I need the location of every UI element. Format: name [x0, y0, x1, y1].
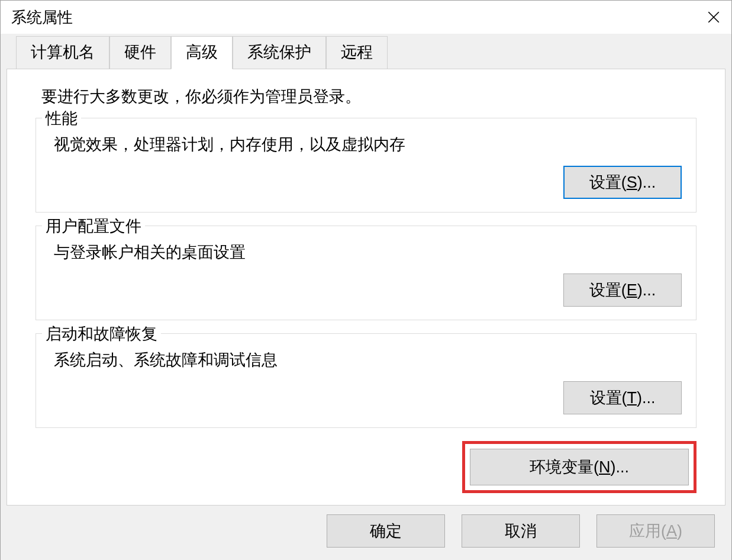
group-user-profiles: 用户配置文件 与登录帐户相关的桌面设置 设置(E)... — [36, 226, 696, 320]
performance-settings-button[interactable]: 设置(S)... — [563, 166, 682, 199]
group-startup-recovery-desc: 系统启动、系统故障和调试信息 — [54, 349, 682, 371]
user-profiles-settings-button[interactable]: 设置(E)... — [563, 273, 682, 307]
cancel-button[interactable]: 取消 — [462, 514, 580, 548]
env-button-row: 环境变量(N)... — [36, 441, 696, 493]
tab-hardware[interactable]: 硬件 — [109, 36, 171, 69]
apply-button[interactable]: 应用(A) — [596, 514, 715, 548]
tab-advanced[interactable]: 高级 — [171, 36, 233, 69]
content-area: 计算机名 硬件 高级 系统保护 远程 要进行大多数更改，你必须作为管理员登录。 … — [1, 34, 731, 560]
group-startup-recovery: 启动和故障恢复 系统启动、系统故障和调试信息 设置(T)... — [36, 333, 696, 428]
close-icon — [708, 11, 720, 23]
tab-strip: 计算机名 硬件 高级 系统保护 远程 — [7, 36, 725, 69]
group-performance-legend: 性能 — [42, 108, 81, 129]
titlebar: 系统属性 — [1, 1, 731, 34]
group-user-profiles-desc: 与登录帐户相关的桌面设置 — [54, 242, 682, 263]
tab-computer-name[interactable]: 计算机名 — [16, 36, 109, 69]
startup-recovery-settings-button[interactable]: 设置(T)... — [563, 381, 682, 414]
tab-panel-advanced: 要进行大多数更改，你必须作为管理员登录。 性能 视觉效果，处理器计划，内存使用，… — [7, 69, 725, 506]
system-properties-window: 系统属性 计算机名 硬件 高级 系统保护 远程 要进行大多数更改，你必须作为管理… — [0, 0, 732, 560]
admin-note: 要进行大多数更改，你必须作为管理员登录。 — [41, 86, 696, 107]
dialog-footer: 确定 取消 应用(A) — [7, 506, 725, 556]
group-startup-recovery-legend: 启动和故障恢复 — [42, 323, 161, 345]
group-performance: 性能 视觉效果，处理器计划，内存使用，以及虚拟内存 设置(S)... — [36, 118, 696, 213]
group-performance-desc: 视觉效果，处理器计划，内存使用，以及虚拟内存 — [54, 134, 682, 155]
ok-button[interactable]: 确定 — [327, 514, 445, 548]
highlight-box: 环境变量(N)... — [462, 441, 696, 493]
close-button[interactable] — [696, 1, 731, 34]
tab-system-protection[interactable]: 系统保护 — [233, 36, 326, 69]
group-user-profiles-legend: 用户配置文件 — [42, 215, 145, 237]
tab-remote[interactable]: 远程 — [326, 36, 388, 69]
environment-variables-button[interactable]: 环境变量(N)... — [470, 449, 689, 485]
window-title: 系统属性 — [11, 7, 73, 28]
